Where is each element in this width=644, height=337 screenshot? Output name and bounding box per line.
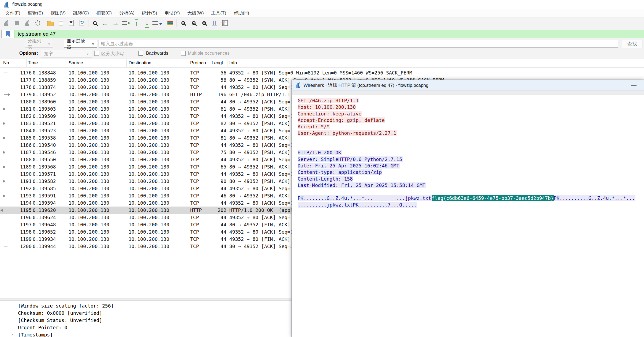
menu-item-go[interactable]: 跳转(G) — [69, 9, 93, 17]
cell-destination: 10.100.200.130 — [129, 84, 169, 91]
column-separator[interactable] — [210, 59, 210, 67]
resize-columns-icon[interactable] — [209, 18, 220, 28]
go-to-bottom-icon[interactable]: ↓ — [142, 18, 152, 28]
cell-no: 1200 — [9, 243, 32, 250]
search-type-select[interactable]: 显示过滤器 ∨ — [64, 40, 97, 48]
zip-data-right: PK..........G..Z.4u.*...*... — [554, 195, 635, 201]
expand-chevron-icon[interactable]: › — [12, 332, 13, 337]
menu-item-statistics[interactable]: 统计(S) — [138, 9, 161, 17]
capture-options-icon[interactable] — [32, 18, 43, 28]
column-header-protoco[interactable]: Protoco — [190, 60, 206, 66]
stream-bracket-line — [4, 170, 4, 178]
cell-info: 49352 → 80 [FIN, ACK] — [229, 235, 290, 243]
table-row-packet-1176[interactable]: 11760.13884810.100.200.13010.100.200.130… — [0, 69, 644, 76]
filter-bookmark-button[interactable] — [1, 30, 14, 38]
column-header-lengt[interactable]: Lengt — [212, 60, 223, 66]
backwards-checkbox[interactable] — [138, 51, 143, 56]
column-header-source[interactable]: Source — [69, 60, 83, 66]
find-packet-icon[interactable] — [89, 18, 100, 28]
packet-list-header[interactable]: No.TimeSourceDestinationProtocoLengtInfo — [0, 59, 644, 68]
dialog-titlebar[interactable]: Wireshark · 追踪 HTTP 流 (tcp.stream eq 47)… — [292, 80, 644, 91]
follow-stream-dialog: Wireshark · 追踪 HTTP 流 (tcp.stream eq 47)… — [291, 80, 644, 337]
menu-item-capture[interactable]: 捕获(C) — [93, 9, 116, 17]
cell-info: 49352 → 80 [ACK] Seq=1 — [229, 185, 293, 192]
go-to-top-icon[interactable]: ↑ — [131, 18, 142, 28]
find-options-bar: Options: 宽窄 ∨ 区分大小写 Backwards Multiple o… — [0, 49, 644, 59]
column-separator[interactable] — [67, 59, 67, 67]
cell-info: 49352 → 80 [ACK] Seq=1 — [229, 156, 293, 163]
reload-file-icon[interactable]: ↻ — [77, 18, 87, 28]
case-sensitive-checkbox[interactable] — [94, 51, 99, 56]
detail-field[interactable]: [Checksum Status: Unverified] — [18, 317, 102, 324]
find-toolbar: 分组列表 ∨ 显示过滤器 ∨ 查找 — [0, 39, 644, 49]
colorize-icon[interactable] — [165, 18, 175, 28]
server-stream-line: Server: SimpleHTTP/0.6 Python/2.7.15 — [298, 156, 403, 162]
detail-field[interactable]: [Timestamps] — [18, 331, 53, 337]
stream-content-area[interactable]: GET /046.zip HTTP/1.1Host: 10.100.200.13… — [292, 95, 644, 337]
column-separator[interactable] — [26, 59, 27, 67]
stream-line: User-Agent: python-requests/2.27.1 — [298, 130, 635, 136]
detail-field[interactable]: Checksum: 0x0000 [unverified] — [18, 309, 102, 317]
cell-destination: 10.100.200.130 — [129, 98, 169, 105]
save-file-icon[interactable] — [56, 18, 66, 28]
column-header-time[interactable]: Time — [28, 60, 38, 66]
open-file-icon[interactable] — [45, 18, 56, 28]
find-button[interactable]: 查找 — [622, 40, 642, 48]
go-forward-icon[interactable]: → — [110, 18, 121, 28]
close-file-icon[interactable]: × — [66, 18, 77, 28]
start-capture-icon[interactable] — [1, 18, 12, 28]
cell-length: 44 — [204, 170, 226, 178]
stream-line: Server: SimpleHTTP/0.6 Python/2.7.15 — [298, 156, 635, 163]
menu-item-file[interactable]: 文件(F) — [2, 9, 24, 17]
cell-time: 0.138952 — [33, 91, 56, 98]
stream-line: GET /046.zip HTTP/1.1 — [298, 98, 635, 104]
menu-item-analyze[interactable]: 分析(A) — [115, 9, 138, 17]
cell-time: 0.139538 — [33, 134, 56, 141]
restart-capture-icon[interactable] — [22, 18, 32, 28]
toolbar-separator — [164, 19, 164, 27]
zoom-reset-icon[interactable]: = — [199, 18, 209, 28]
detail-field[interactable]: [Window size scaling factor: 256] — [18, 302, 114, 309]
stream-line: Date: Fri, 25 Apr 2025 16:02:46 GMT — [298, 163, 635, 169]
go-back-icon[interactable]: ← — [100, 18, 110, 28]
search-input[interactable] — [99, 40, 618, 48]
stream-line: Accept: */* — [298, 123, 635, 130]
menu-item-edit[interactable]: 编辑(E) — [24, 9, 47, 17]
column-header-no[interactable]: No. — [3, 60, 10, 66]
menu-item-help[interactable]: 帮助(H) — [230, 9, 253, 17]
cell-source: 10.100.200.130 — [69, 149, 109, 156]
cell-destination: 10.100.200.130 — [129, 185, 169, 192]
menu-item-wireless[interactable]: 无线(W) — [184, 9, 207, 17]
search-type-value: 显示过滤器 — [67, 38, 89, 50]
detail-field[interactable]: Urgent Pointer: 0 — [18, 324, 67, 331]
search-width-select[interactable]: 宽窄 ∨ — [41, 50, 92, 58]
zoom-out-icon[interactable]: − — [188, 18, 199, 28]
menu-item-telephony[interactable]: 电话(Y) — [161, 9, 184, 17]
stream-bracket-line — [4, 214, 4, 221]
stream-bracket-line — [4, 84, 4, 91]
cell-protocol: HTTP — [190, 207, 202, 214]
column-separator[interactable] — [187, 59, 187, 67]
cell-source: 10.100.200.130 — [69, 199, 109, 207]
zip-data-left: PK........G..Z.4u.*...*... ...jpkwz.txt — [298, 195, 432, 201]
column-header-info[interactable]: Info — [229, 60, 237, 66]
auto-scroll-icon[interactable] — [152, 18, 163, 28]
cell-source: 10.100.200.130 — [69, 84, 109, 91]
column-separator[interactable] — [227, 59, 227, 67]
column-header-destination[interactable]: Destination — [129, 60, 151, 66]
menu-item-tools[interactable]: 工具(T) — [208, 9, 230, 17]
chevron-down-icon: ∨ — [92, 42, 94, 46]
minimize-button[interactable]: — — [628, 81, 640, 89]
stop-capture-icon[interactable] — [12, 18, 22, 28]
cell-length: 44 — [204, 221, 226, 228]
column-layout-icon[interactable]: 12 3 — [220, 18, 230, 28]
menu-item-view[interactable]: 视图(V) — [47, 9, 69, 17]
multiple-occurrences-checkbox[interactable] — [181, 51, 186, 56]
zoom-in-icon[interactable]: + — [178, 18, 188, 28]
cell-destination: 10.100.200.130 — [129, 69, 169, 76]
column-separator[interactable] — [126, 59, 127, 67]
display-filter-input[interactable]: tcp.stream eq 47 — [14, 30, 644, 38]
go-to-packet-icon[interactable] — [121, 18, 131, 28]
stream-bracket-line — [4, 127, 4, 134]
search-scope-select[interactable]: 分组列表 ∨ — [25, 40, 53, 48]
